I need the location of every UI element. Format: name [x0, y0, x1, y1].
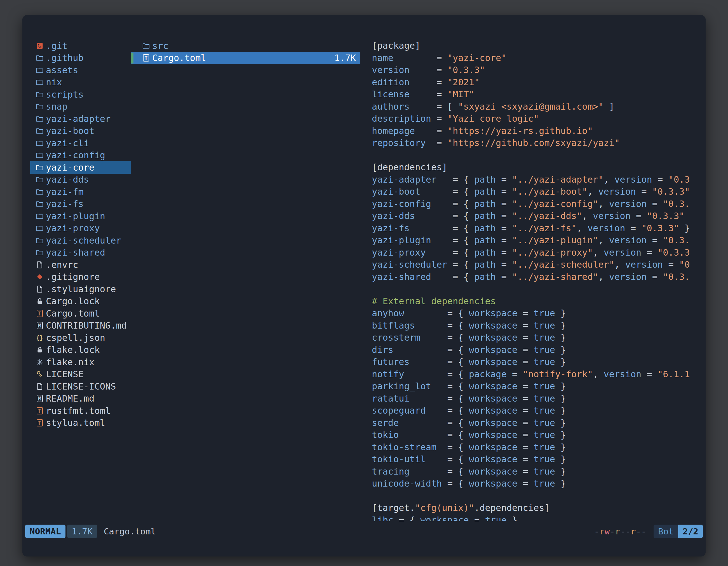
item-label: Cargo.lock — [46, 296, 100, 306]
file-item-CONTRIBUTING.md[interactable]: MCONTRIBUTING.md — [30, 319, 131, 332]
folder-icon — [35, 114, 44, 124]
preview-line — [372, 283, 706, 295]
toml-icon: T — [35, 406, 44, 415]
preview-line: tokio-stream = { workspace = true } — [372, 441, 706, 454]
preview-line: description = "Yazi core logic" — [372, 113, 706, 125]
dir-item-.github[interactable]: .github — [30, 52, 131, 64]
item-label: .git — [46, 41, 67, 51]
dir-item-yazi-fm[interactable]: yazi-fm — [30, 186, 131, 198]
file-item-flake.nix[interactable]: flake.nix — [30, 356, 131, 368]
dir-item-assets[interactable]: assets — [30, 64, 131, 76]
item-label: yazi-dds — [46, 174, 89, 185]
preview-line: version = "0.3.3" — [372, 64, 706, 76]
dir-item-yazi-dds[interactable]: yazi-dds — [30, 174, 131, 186]
item-label: yazi-adapter — [46, 114, 111, 124]
preview-line: yazi-boot = { path = "../yazi-boot", ver… — [372, 186, 706, 198]
preview-line: ratatui = { workspace = true } — [372, 393, 706, 405]
dir-item-src[interactable]: src — [131, 40, 360, 52]
preview-line: license = "MIT" — [372, 88, 706, 101]
preview-line: tracing = { workspace = true } — [372, 466, 706, 478]
item-label: yazi-config — [46, 150, 105, 161]
preview-line: scopeguard = { workspace = true } — [372, 405, 706, 417]
file-item-LICENSE-ICONS[interactable]: LICENSE-ICONS — [30, 380, 131, 393]
preview-line: yazi-dds = { path = "../yazi-dds", versi… — [372, 210, 706, 222]
file-item-stylua.toml[interactable]: Tstylua.toml — [30, 417, 131, 429]
item-label: .envrc — [46, 260, 78, 270]
folder-icon — [35, 248, 44, 257]
preview-line: yazi-fs = { path = "../yazi-fs", version… — [372, 222, 706, 235]
item-label: yazi-fs — [46, 199, 84, 209]
dir-item-snap[interactable]: snap — [30, 101, 131, 113]
file-item-Cargo.lock[interactable]: Cargo.lock — [30, 295, 131, 307]
folder-icon — [35, 236, 44, 245]
item-label: stylua.toml — [46, 417, 105, 428]
dir-item-scripts[interactable]: scripts — [30, 88, 131, 101]
parent-pane[interactable]: .git.githubassetsnixscriptssnapyazi-adap… — [30, 40, 131, 521]
dir-item-yazi-plugin[interactable]: yazi-plugin — [30, 210, 131, 222]
preview-line: name = "yazi-core" — [372, 52, 706, 64]
toml-icon: T — [141, 53, 151, 63]
preview-line: yazi-config = { path = "../yazi-config",… — [372, 198, 706, 210]
preview-line — [372, 149, 706, 162]
file-size-badge: 1.7K — [67, 525, 97, 538]
file-item-.envrc[interactable]: .envrc — [30, 259, 131, 271]
preview-line: parking_lot = { workspace = true } — [372, 380, 706, 393]
dir-item-yazi-proxy[interactable]: yazi-proxy — [30, 222, 131, 235]
file-item-.gitignore[interactable]: .gitignore — [30, 271, 131, 283]
status-filename: Cargo.toml — [104, 526, 156, 536]
dir-item-yazi-config[interactable]: yazi-config — [30, 149, 131, 162]
file-item-README.md[interactable]: MREADME.md — [30, 393, 131, 405]
dir-item-yazi-shared[interactable]: yazi-shared — [30, 247, 131, 259]
license-icon — [35, 369, 44, 379]
file-item-flake.lock[interactable]: flake.lock — [30, 344, 131, 356]
dir-item-yazi-cli[interactable]: yazi-cli — [30, 137, 131, 149]
preview-line: unicode-width = { workspace = true } — [372, 478, 706, 490]
dir-item-yazi-adapter[interactable]: yazi-adapter — [30, 113, 131, 125]
current-pane[interactable]: srcTCargo.toml1.7K — [131, 40, 360, 521]
file-item-cspell.json[interactable]: {}cspell.json — [30, 332, 131, 344]
item-label: Cargo.toml — [46, 308, 100, 319]
item-label: rustfmt.toml — [46, 405, 111, 416]
preview-line: notify = { package = "notify-fork", vers… — [372, 368, 706, 380]
lock-icon — [35, 296, 44, 306]
preview-line: dirs = { workspace = true } — [372, 344, 706, 356]
item-label: flake.nix — [46, 357, 94, 367]
item-label: yazi-boot — [46, 126, 94, 136]
dir-item-yazi-boot[interactable]: yazi-boot — [30, 125, 131, 137]
item-label: LICENSE-ICONS — [46, 381, 116, 392]
folder-icon — [35, 78, 44, 87]
dir-item-yazi-scheduler[interactable]: yazi-scheduler — [30, 234, 131, 247]
file-item-LICENSE[interactable]: LICENSE — [30, 368, 131, 380]
item-label: yazi-cli — [46, 138, 89, 149]
preview-line: # External dependencies — [372, 295, 706, 307]
file-icon — [35, 382, 44, 391]
item-size: 1.7K — [334, 53, 360, 63]
git-diamond-icon — [35, 272, 44, 282]
dir-item-yazi-fs[interactable]: yazi-fs — [30, 198, 131, 210]
status-left: NORMAL 1.7K Cargo.toml — [25, 525, 156, 538]
folder-icon — [141, 41, 151, 51]
preview-line: [dependencies] — [372, 161, 706, 174]
item-label: yazi-shared — [46, 247, 105, 258]
dir-item-yazi-core[interactable]: yazi-core — [30, 161, 131, 174]
file-item-Cargo.toml[interactable]: TCargo.toml1.7K — [131, 52, 360, 64]
dir-item-.git[interactable]: .git — [30, 40, 131, 52]
nix-icon — [35, 357, 44, 367]
file-item-Cargo.toml[interactable]: TCargo.toml — [30, 307, 131, 319]
item-label: assets — [46, 65, 78, 76]
preview-pane[interactable]: [package]name = "yazi-core"version = "0.… — [372, 40, 706, 521]
item-label: yazi-core — [46, 162, 94, 173]
dir-item-nix[interactable]: nix — [30, 76, 131, 89]
item-label: flake.lock — [46, 344, 100, 355]
file-item-rustfmt.toml[interactable]: Trustfmt.toml — [30, 405, 131, 417]
file-item-.styluaignore[interactable]: .styluaignore — [30, 283, 131, 295]
item-label: .gitignore — [46, 272, 100, 282]
item-label: CONTRIBUTING.md — [46, 320, 127, 331]
item-label: cspell.json — [46, 332, 105, 343]
item-label: yazi-fm — [46, 187, 84, 197]
item-label: README.md — [46, 393, 94, 404]
folder-icon — [35, 163, 44, 172]
folder-icon — [35, 212, 44, 221]
preview-line: yazi-shared = { path = "../yazi-shared",… — [372, 271, 706, 283]
mode-indicator: NORMAL — [25, 525, 65, 538]
